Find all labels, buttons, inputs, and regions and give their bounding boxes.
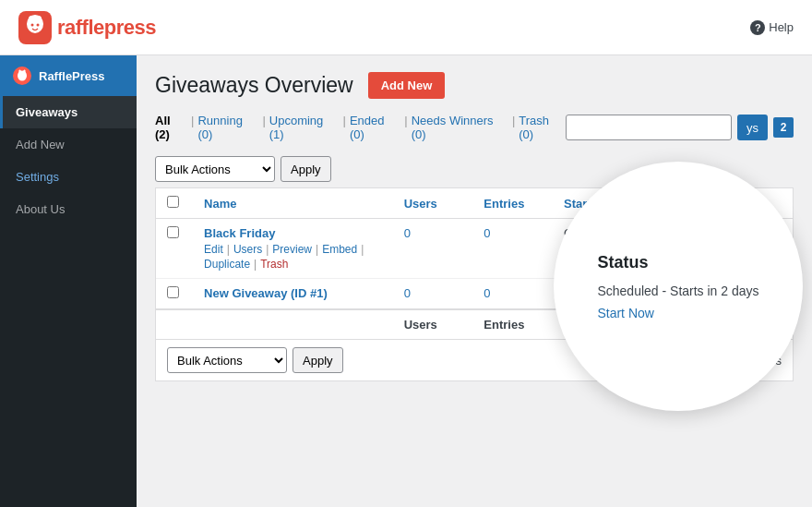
page-title: Giveaways Overview	[155, 73, 353, 98]
main-area: RafflePress Giveaways Add New Settings A…	[0, 55, 812, 507]
row2-entries-cell: 0	[472, 279, 553, 310]
row2-entries-count[interactable]: 0	[484, 286, 490, 300]
bulk-actions-select[interactable]: Bulk Actions	[155, 156, 275, 182]
header: rafflepress ? Help	[0, 0, 812, 55]
sidebar-item-settings[interactable]: Settings	[0, 161, 137, 193]
filter-right: ys 2	[566, 115, 794, 140]
logo-text: rafflepress	[57, 16, 156, 40]
row1-embed-link[interactable]: Embed	[322, 243, 357, 256]
row2-users-cell: 0	[393, 279, 473, 310]
filter-all[interactable]: All (2)	[155, 114, 187, 141]
sidebar: RafflePress Giveaways Add New Settings A…	[0, 55, 137, 507]
svg-point-5	[37, 23, 40, 26]
row1-entries-count[interactable]: 0	[484, 226, 490, 240]
row1-users-count[interactable]: 0	[404, 226, 411, 240]
row1-trash-link[interactable]: Trash	[260, 258, 288, 271]
row2-users-count[interactable]: 0	[404, 286, 411, 300]
row1-users-cell: 0	[393, 219, 473, 279]
sidebar-brand[interactable]: RafflePress	[0, 55, 137, 96]
popup-status-description: Scheduled - Starts in 2 days	[597, 284, 758, 298]
row1-entries-cell: 0	[472, 219, 553, 279]
filter-running[interactable]: Running (0)	[197, 114, 258, 141]
bth-users: Users	[393, 309, 473, 339]
search-input[interactable]	[566, 115, 732, 140]
row1-users-link[interactable]: Users	[233, 243, 262, 256]
filter-upcoming[interactable]: Upcoming (1)	[269, 114, 340, 141]
sidebar-brand-label: RafflePress	[39, 69, 105, 83]
sidebar-item-giveaways[interactable]: Giveaways	[0, 96, 137, 128]
th-entries[interactable]: Entries	[472, 188, 553, 219]
svg-point-4	[31, 23, 34, 26]
row2-name-cell: New Giveaway (ID #1)	[193, 279, 393, 310]
th-users[interactable]: Users	[393, 188, 473, 219]
sidebar-brand-icon	[13, 66, 31, 85]
th-checkbox	[156, 188, 193, 219]
count-badge: 2	[773, 117, 794, 138]
popup-status-label: Status	[597, 253, 758, 272]
sidebar-item-add-new[interactable]: Add New	[0, 128, 137, 161]
bulk-actions-bottom: Bulk Actions Apply	[167, 347, 343, 373]
help-label: Help	[769, 20, 794, 34]
th-name[interactable]: Name	[193, 188, 393, 219]
add-new-button[interactable]: Add New	[368, 72, 446, 99]
search-button[interactable]: ys	[737, 115, 768, 140]
logo: rafflepress	[18, 11, 156, 44]
select-all-checkbox[interactable]	[167, 196, 179, 208]
row1-edit-link[interactable]: Edit	[204, 243, 223, 256]
filter-links: All (2) | Running (0) | Upcoming (1) | E…	[155, 114, 566, 141]
page-title-row: Giveaways Overview Add New	[155, 72, 794, 99]
filter-needs-winners[interactable]: Needs Winners (0)	[412, 114, 508, 141]
bth-entries: Entries	[472, 309, 553, 339]
row2-name-link[interactable]: New Giveaway (ID #1)	[204, 286, 328, 300]
help-link[interactable]: ? Help	[750, 20, 794, 35]
sidebar-item-about[interactable]: About Us	[0, 193, 137, 225]
bulk-apply-button-bottom[interactable]: Apply	[293, 347, 343, 373]
sidebar-rabbit-icon	[16, 69, 29, 82]
row2-checkbox-cell	[156, 279, 193, 310]
row1-preview-link[interactable]: Preview	[272, 243, 312, 256]
row2-checkbox[interactable]	[167, 286, 179, 298]
row1-duplicate-link[interactable]: Duplicate	[204, 258, 250, 271]
bulk-actions-select-bottom[interactable]: Bulk Actions	[167, 347, 287, 373]
row1-actions: Edit | Users | Preview | Embed | Duplica…	[204, 243, 382, 271]
filter-ended[interactable]: Ended (0)	[350, 114, 400, 141]
content: Giveaways Overview Add New All (2) | Run…	[137, 55, 812, 507]
bth-empty	[193, 309, 393, 339]
row1-checkbox-cell	[156, 219, 193, 279]
start-now-link[interactable]: Start Now	[597, 306, 758, 320]
row1-name-link[interactable]: Black Friday	[204, 226, 275, 240]
row1-checkbox[interactable]	[167, 226, 179, 238]
bulk-apply-button-top[interactable]: Apply	[281, 156, 331, 182]
bth-cb	[156, 309, 193, 339]
status-popup: Status Scheduled - Starts in 2 days Star…	[554, 162, 803, 411]
rafflepress-logo-icon	[18, 11, 52, 44]
filter-bar: All (2) | Running (0) | Upcoming (1) | E…	[155, 114, 794, 141]
popup-inner: Status Scheduled - Starts in 2 days Star…	[597, 253, 758, 320]
filter-trash[interactable]: Trash (0)	[519, 114, 566, 141]
help-icon: ?	[750, 20, 765, 35]
row1-name-cell: Black Friday Edit | Users | Preview | Em…	[193, 219, 393, 279]
